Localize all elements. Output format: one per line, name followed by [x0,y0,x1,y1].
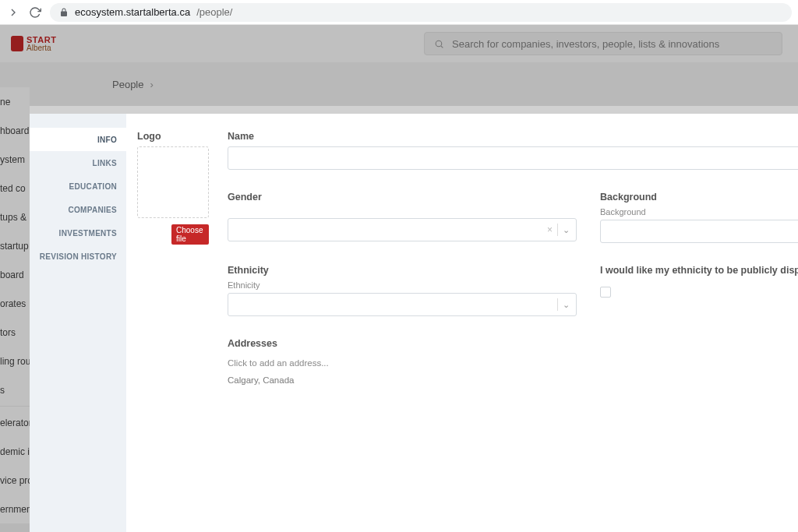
logo-label: Logo [137,131,209,142]
address-item[interactable]: Calgary, Canada [228,375,798,385]
add-address-link[interactable]: Click to add an address... [228,358,798,368]
url-path: /people/ [196,6,232,18]
background-sublabel: Background [600,207,798,217]
reload-button[interactable] [28,5,42,19]
gender-select[interactable]: × ⌄ [228,218,577,241]
modal-body: Logo Choose file Name Gender × ⌄ [126,114,798,532]
background-label: Background [600,192,798,203]
url-host: ecosystem.startalberta.ca [75,6,190,18]
addresses-label: Addresses [228,338,798,349]
chevron-down-icon: ⌄ [563,300,570,310]
modal-tab-companies[interactable]: COMPANIES [30,198,126,221]
clear-icon[interactable]: × [547,224,553,235]
name-input[interactable] [228,146,798,170]
address-bar[interactable]: ecosystem.startalberta.ca/people/ [50,3,792,22]
gender-label: Gender [228,192,577,203]
modal-tab-revision-history[interactable]: REVISION HISTORY [30,245,126,268]
modal-sidebar: INFOLINKSEDUCATIONCOMPANIESINVESTMENTSRE… [30,114,126,532]
name-label: Name [228,131,798,142]
modal-tab-investments[interactable]: INVESTMENTS [30,221,126,245]
modal-tab-links[interactable]: LINKS [30,151,126,174]
choose-file-button[interactable]: Choose file [171,224,209,245]
logo-dropzone[interactable] [137,146,209,218]
ethnicity-sublabel: Ethnicity [228,280,577,290]
chevron-down-icon: ⌄ [563,225,570,235]
ethnicity-public-checkbox[interactable] [600,287,611,298]
ethnicity-public-label: I would like my ethnicity to be publicly… [600,265,798,276]
edit-person-modal: INFOLINKSEDUCATIONCOMPANIESINVESTMENTSRE… [30,114,798,532]
background-input[interactable] [600,220,798,243]
lock-icon [59,8,69,17]
browser-toolbar: ecosystem.startalberta.ca/people/ [0,0,798,25]
ethnicity-label: Ethnicity [228,265,577,276]
ethnicity-select[interactable]: ⌄ [228,293,577,316]
forward-button[interactable] [6,5,20,19]
modal-tab-education[interactable]: EDUCATION [30,174,126,198]
modal-tab-info[interactable]: INFO [30,128,126,151]
